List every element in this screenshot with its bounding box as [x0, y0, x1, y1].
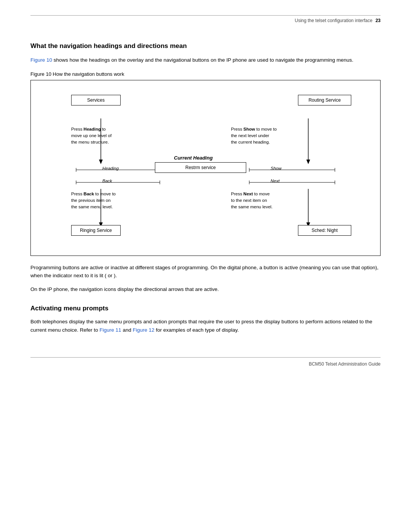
figure12-link[interactable]: Figure 12 [133, 327, 155, 333]
show-line-label: Show [271, 166, 282, 171]
ringing-service-label: Ringing Service [80, 228, 112, 233]
section1-para1: Figure 10 shows how the headings on the … [30, 56, 381, 64]
figure10-link-1[interactable]: Figure 10 [30, 57, 52, 63]
header-page-num: 23 [376, 18, 381, 23]
svg-marker-1 [99, 160, 103, 164]
section1-heading: What the navigation headings and directi… [30, 42, 381, 50]
svg-marker-11 [306, 160, 310, 164]
section2-para1-mid: and [121, 327, 133, 333]
heading-line-label: Heading [102, 166, 119, 171]
section2-para1: Both telephones display the same menu pr… [30, 318, 381, 334]
header-label: Using the telset configuration interface [295, 18, 373, 23]
text-next-desc: Press Next to moveto the next item onthe… [231, 191, 307, 211]
restrm-service-box: Restrm service [155, 162, 246, 173]
page-header: Using the telset configuration interface… [30, 15, 381, 31]
text-show-desc: Press Show to move tothe next level unde… [231, 126, 307, 146]
section1-para1-text: shows how the headings on the overlay an… [52, 57, 354, 63]
figure11-link[interactable]: Figure 11 [100, 327, 121, 333]
section2-heading: Activating menu prompts [30, 305, 381, 312]
routing-service-label: Routing Service [309, 97, 341, 103]
figure10-box: Services Routing Service Restrm service … [30, 80, 381, 256]
para3-text: On the IP phone, the navigation icons di… [30, 286, 219, 292]
page-footer: BCM50 Telset Administration Guide [30, 357, 381, 367]
services-label: Services [87, 97, 105, 103]
ringing-service-box: Ringing Service [71, 225, 121, 236]
figure10-caption-text: How the navigation buttons work [51, 71, 124, 77]
sched-night-box: Sched: Night [298, 225, 351, 236]
footer-text: BCM50 Telset Administration Guide [309, 361, 381, 367]
section2-para1-end: for examples of each type of display. [155, 327, 239, 333]
para3: On the IP phone, the navigation icons di… [30, 285, 381, 294]
current-heading-label: Current Heading [174, 155, 213, 161]
next-line-label: Next [271, 179, 280, 183]
text-heading-desc: Press Heading tomove up one level ofthe … [71, 126, 132, 146]
figure10-caption: Figure 10 How the navigation buttons wor… [30, 71, 381, 77]
nav-diagram: Services Routing Service Restrm service … [37, 88, 374, 248]
routing-service-box: Routing Service [298, 95, 351, 105]
back-line-label: Back [102, 179, 112, 183]
services-box: Services [71, 95, 121, 105]
figure10-caption-bold: Figure 10 [30, 71, 51, 77]
para2: Programming buttons are active or inacti… [30, 264, 381, 280]
sched-night-label: Sched: Night [312, 228, 338, 233]
text-back-desc: Press Back to move tothe previous item o… [71, 191, 136, 211]
restrm-service-label: Restrm service [185, 165, 216, 170]
para2-text: Programming buttons are active or inacti… [30, 265, 379, 279]
